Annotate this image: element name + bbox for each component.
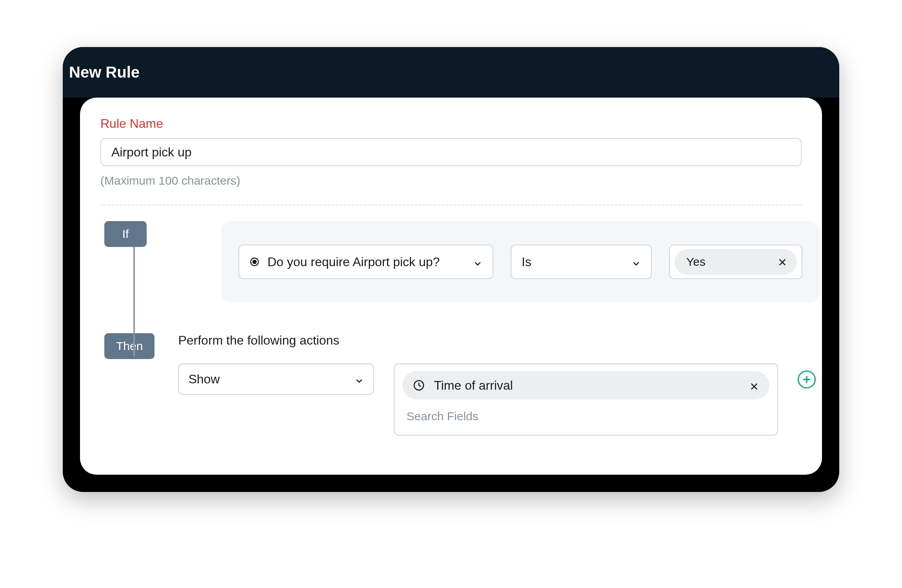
condition-field-select[interactable]: Do you require Airport pick up? <box>238 245 493 279</box>
search-fields-placeholder[interactable]: Search Fields <box>402 399 769 425</box>
perform-actions-label: Perform the following actions <box>178 333 816 348</box>
radio-icon <box>249 257 260 267</box>
chevron-down-icon <box>473 257 482 267</box>
condition-operator-select[interactable]: Is <box>511 245 652 279</box>
add-action-button[interactable] <box>798 370 816 388</box>
then-badge: Then <box>104 333 155 359</box>
chevron-down-icon <box>355 374 364 384</box>
condition-value-label: Yes <box>686 255 706 269</box>
condition-value-chip: Yes <box>675 249 797 275</box>
close-icon[interactable] <box>777 257 787 267</box>
modal-title: New Rule <box>69 64 140 81</box>
action-target-box[interactable]: Time of arrival Search Fields <box>394 363 778 436</box>
flow-connector <box>133 247 135 357</box>
rule-name-label: Rule Name <box>100 116 802 131</box>
device-frame: New Rule Rule Name (Maximum 100 characte… <box>63 47 839 492</box>
then-body: Perform the following actions Show <box>178 333 816 436</box>
action-row: Show <box>178 363 816 436</box>
action-target-chip: Time of arrival <box>402 371 769 399</box>
modal-header: New Rule <box>63 47 839 98</box>
rule-flow: If Do you require Airport pick up? <box>100 221 802 436</box>
action-type-select[interactable]: Show <box>178 363 374 395</box>
action-type-label: Show <box>188 372 220 387</box>
condition-value-select[interactable]: Yes <box>669 245 802 279</box>
action-target-label: Time of arrival <box>434 378 513 393</box>
modal-content: Rule Name (Maximum 100 characters) If <box>80 98 822 475</box>
if-badge: If <box>104 221 147 247</box>
condition-field-label: Do you require Airport pick up? <box>267 255 440 269</box>
close-icon[interactable] <box>749 380 759 390</box>
svg-point-1 <box>253 260 256 264</box>
rule-name-helper: (Maximum 100 characters) <box>100 174 802 187</box>
rule-name-input[interactable] <box>100 138 802 166</box>
if-row: If Do you require Airport pick up? <box>104 221 802 303</box>
chevron-down-icon <box>631 257 641 267</box>
then-row: Then Perform the following actions Show <box>104 333 802 436</box>
condition-box: Do you require Airport pick up? Is <box>221 221 820 303</box>
modal-panel: Rule Name (Maximum 100 characters) If <box>80 98 822 475</box>
clock-icon <box>413 379 425 392</box>
condition-operator-label: Is <box>522 255 531 269</box>
section-divider <box>100 205 802 205</box>
